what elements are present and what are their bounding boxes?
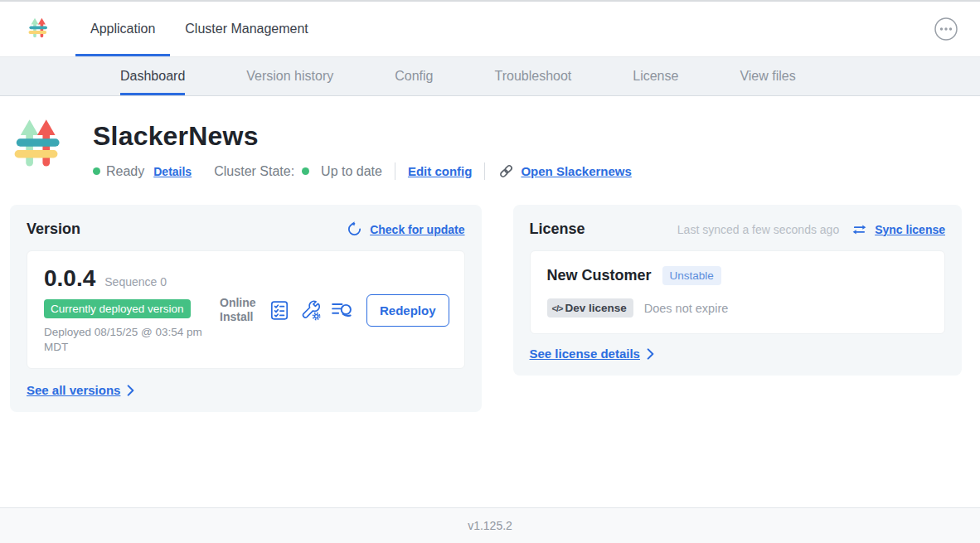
app-hero: SlackerNews Ready Details Cluster State:… [0, 96, 980, 180]
divider [484, 162, 485, 180]
version-sequence: Sequence 0 [104, 275, 167, 288]
ellipsis-icon [934, 17, 958, 41]
header-spacer [323, 2, 934, 56]
sync-license-link[interactable]: Sync license [875, 223, 945, 236]
version-card: Version Check for update 0.0.4 Sequence … [10, 205, 482, 412]
license-card: License Last synced a few seconds ago Sy… [513, 205, 962, 376]
version-number: 0.0.4 [44, 265, 95, 292]
app-footer: v1.125.2 [0, 507, 980, 543]
app-status-label: Ready [106, 164, 144, 179]
dashboard-main: SlackerNews Ready Details Cluster State:… [0, 96, 980, 507]
top-navigation-bar: Application Cluster Management [0, 2, 980, 57]
license-type-badge: </> Dev license [547, 298, 633, 318]
license-type-label: Dev license [565, 302, 626, 314]
channel-badge: Unstable [662, 266, 721, 285]
deployed-badge: Currently deployed version [44, 299, 191, 318]
open-app-link[interactable]: Open Slackernews [521, 164, 631, 178]
customer-name: New Customer [547, 267, 652, 284]
subtab-license[interactable]: License [633, 57, 678, 95]
app-status-row: Ready Details Cluster State: Up to date … [93, 162, 632, 180]
tab-application[interactable]: Application [75, 2, 170, 56]
app-sub-navigation: Dashboard Version history Config Trouble… [0, 57, 980, 96]
cluster-state-label: Cluster State: [214, 164, 294, 179]
subtab-view-files[interactable]: View files [740, 57, 795, 95]
see-license-details-link[interactable]: See license details [530, 347, 640, 361]
preflight-checks-button[interactable] [269, 299, 290, 322]
app-status-dot [93, 167, 100, 175]
code-icon: </> [552, 303, 563, 313]
see-all-versions-action[interactable]: See all versions [27, 383, 465, 397]
subtab-troubleshoot[interactable]: Troubleshoot [494, 57, 571, 95]
wrench-gear-icon [299, 299, 322, 322]
redeploy-button[interactable]: Redeploy [366, 294, 449, 327]
edit-config-button[interactable] [299, 299, 322, 322]
slackernews-logo-icon [27, 17, 52, 41]
version-card-title: Version [27, 221, 80, 238]
cluster-state-value: Up to date [321, 164, 382, 179]
page-title: SlackerNews [93, 121, 632, 152]
app-logo [27, 2, 52, 56]
overflow-menu-button[interactable] [934, 2, 958, 56]
app-icon [12, 116, 71, 176]
lines-magnifier-icon [331, 300, 354, 320]
current-version-panel: 0.0.4 Sequence 0 Currently deployed vers… [27, 250, 465, 369]
checklist-icon [269, 299, 290, 322]
header-tabs: Application Cluster Management [75, 2, 323, 56]
last-synced-text: Last synced a few seconds ago [677, 223, 839, 236]
cluster-state-dot [302, 167, 309, 175]
license-card-title: License [530, 221, 585, 238]
console-version: v1.125.2 [468, 519, 512, 532]
chevron-right-icon [647, 348, 654, 360]
sync-icon [851, 223, 867, 236]
license-panel: New Customer Unstable </> Dev license Do… [530, 250, 945, 334]
chevron-right-icon [127, 385, 134, 396]
open-app-action[interactable]: Open Slackernews [497, 162, 631, 180]
install-type-label: Online Install [220, 296, 260, 325]
see-license-details-action[interactable]: See license details [530, 347, 945, 361]
subtab-version-history[interactable]: Version history [246, 57, 333, 95]
status-details-link[interactable]: Details [153, 165, 192, 178]
link-icon [497, 162, 515, 180]
check-for-update-action[interactable]: Check for update [347, 221, 464, 237]
tab-cluster-management[interactable]: Cluster Management [170, 2, 323, 56]
view-diff-button[interactable] [331, 300, 354, 320]
deployed-timestamp: Deployed 08/15/25 @ 03:54 pm MDT [44, 325, 203, 355]
edit-config-link[interactable]: Edit config [408, 164, 473, 178]
subtab-dashboard[interactable]: Dashboard [120, 57, 185, 95]
see-all-versions-link[interactable]: See all versions [27, 383, 120, 397]
license-expiry: Does not expire [644, 302, 729, 315]
refresh-icon [347, 221, 362, 237]
subtab-config[interactable]: Config [395, 57, 433, 95]
divider [395, 162, 395, 180]
check-for-update-link[interactable]: Check for update [370, 223, 464, 236]
dashboard-cards: Version Check for update 0.0.4 Sequence … [10, 205, 962, 412]
